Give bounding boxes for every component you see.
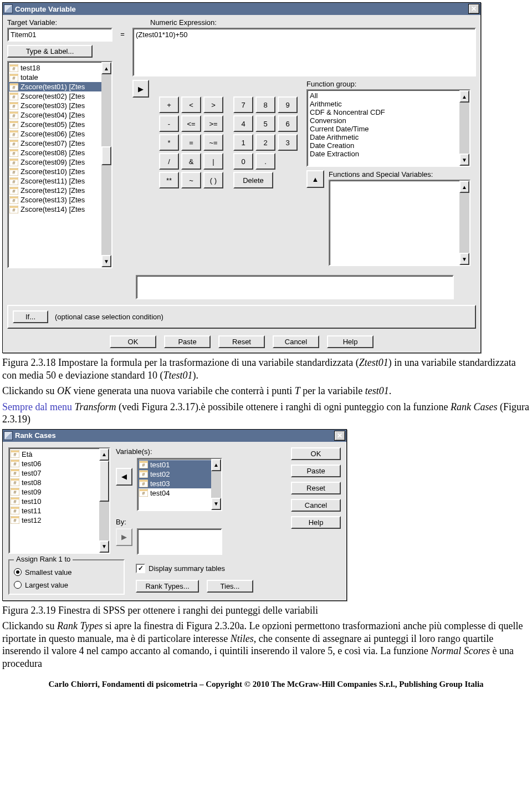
- list-item[interactable]: #Zscore(test06) [Ztes: [8, 129, 101, 139]
- source-variable-list[interactable]: #Età#test06#test07#test08#test09#test10#…: [8, 447, 110, 554]
- cancel-button[interactable]: Cancel: [273, 335, 319, 348]
- paste-button[interactable]: Paste: [291, 465, 341, 477]
- list-item[interactable]: #test08: [9, 478, 99, 487]
- variables-list[interactable]: #test01#test02#test03#test04 ▲ ▼: [137, 458, 222, 511]
- list-item[interactable]: #test06: [9, 459, 99, 468]
- list-item[interactable]: #test18: [8, 63, 101, 73]
- list-item[interactable]: #Zscore(test04) [Ztes: [8, 110, 101, 120]
- close-button[interactable]: ✕: [468, 4, 479, 14]
- list-item[interactable]: #Zscore(test03) [Ztes: [8, 101, 101, 110]
- help-button[interactable]: Help: [327, 335, 374, 348]
- scroll-up-button[interactable]: ▲: [211, 459, 221, 471]
- calc-key[interactable]: +: [159, 96, 179, 113]
- scroll-track[interactable]: [101, 74, 111, 255]
- list-item[interactable]: #Zscore(test10) [Ztes: [8, 167, 101, 176]
- smallest-value-radio[interactable]: Smallest value: [14, 568, 119, 577]
- scroll-up-button[interactable]: ▲: [99, 448, 109, 461]
- scroll-track[interactable]: [211, 471, 221, 498]
- list-item[interactable]: #test11: [9, 506, 99, 516]
- scroll-up-button[interactable]: ▲: [101, 62, 111, 74]
- calc-key[interactable]: ( ): [203, 172, 223, 188]
- calc-key[interactable]: 2: [255, 134, 275, 151]
- source-list-scrollbar[interactable]: ▲ ▼: [99, 448, 109, 553]
- list-item[interactable]: #Zscore(test02) [Ztes: [8, 91, 101, 101]
- calc-key[interactable]: .: [255, 153, 275, 170]
- list-item[interactable]: #test10: [9, 497, 99, 506]
- function-insert-button[interactable]: ▲: [306, 170, 324, 188]
- calc-key[interactable]: |: [203, 153, 223, 170]
- scroll-down-button[interactable]: ▼: [459, 253, 469, 265]
- calc-key[interactable]: 1: [233, 134, 253, 151]
- largest-value-radio[interactable]: Largest value: [14, 581, 119, 589]
- calc-key[interactable]: 5: [255, 115, 275, 132]
- calc-key[interactable]: >: [203, 96, 223, 113]
- list-item[interactable]: Arithmetic: [310, 100, 457, 108]
- calc-key[interactable]: <: [181, 96, 201, 113]
- scroll-down-button[interactable]: ▼: [99, 540, 109, 553]
- by-list[interactable]: [137, 528, 222, 555]
- list-item[interactable]: Date Extraction: [310, 150, 457, 158]
- list-item[interactable]: #test09: [9, 487, 99, 497]
- calc-key[interactable]: -: [159, 115, 179, 132]
- numeric-expression-input[interactable]: (Ztest01*10)+50: [132, 28, 476, 76]
- scroll-up-button[interactable]: ▲: [459, 181, 469, 193]
- list-item[interactable]: #Zscore(test12) [Ztes: [8, 186, 101, 195]
- calc-key[interactable]: 0: [233, 153, 253, 170]
- list-item[interactable]: #test01: [138, 460, 211, 470]
- calc-key[interactable]: 8: [255, 96, 275, 113]
- scroll-track[interactable]: [99, 461, 109, 540]
- scroll-track[interactable]: [459, 103, 469, 154]
- move-left-button[interactable]: ◀: [116, 468, 132, 486]
- list-item[interactable]: Current Date/Time: [310, 125, 457, 133]
- reset-button[interactable]: Reset: [218, 335, 265, 348]
- calc-key[interactable]: ~=: [203, 134, 223, 151]
- type-and-label-button[interactable]: Type & Label...: [7, 45, 93, 58]
- list-item[interactable]: CDF & Noncentral CDF: [310, 108, 457, 116]
- rank-types-button[interactable]: Rank Types...: [136, 580, 199, 593]
- list-item[interactable]: #test04: [138, 488, 211, 498]
- calc-key[interactable]: 3: [278, 134, 298, 151]
- list-item[interactable]: #test12: [9, 516, 99, 525]
- list-item[interactable]: All: [310, 91, 457, 100]
- scroll-down-button[interactable]: ▼: [211, 498, 221, 510]
- scroll-down-button[interactable]: ▼: [101, 255, 111, 267]
- scroll-down-button[interactable]: ▼: [459, 154, 469, 166]
- display-summary-checkbox[interactable]: Display summary tables: [136, 564, 253, 573]
- close-button[interactable]: ✕: [334, 431, 345, 441]
- functions-list[interactable]: ▲ ▼: [329, 180, 470, 266]
- ties-button[interactable]: Ties...: [207, 580, 253, 593]
- list-item[interactable]: Date Creation: [310, 141, 457, 150]
- list-item[interactable]: #Zscore(test14) [Ztes: [8, 205, 101, 214]
- list-item[interactable]: #totale: [8, 73, 101, 82]
- move-by-button[interactable]: ▶: [116, 528, 132, 546]
- function-group-list[interactable]: AllArithmeticCDF & Noncentral CDFConvers…: [306, 89, 470, 167]
- list-item[interactable]: #Zscore(test11) [Ztes: [8, 176, 101, 186]
- list-item[interactable]: Date Arithmetic: [310, 133, 457, 141]
- calc-key[interactable]: &: [181, 153, 201, 170]
- calc-key[interactable]: 6: [278, 115, 298, 132]
- scroll-track[interactable]: [459, 193, 469, 253]
- source-variable-list[interactable]: #test18#totale#Zscore(test01) [Ztes#Zsco…: [7, 61, 112, 268]
- help-button[interactable]: Help: [291, 516, 341, 529]
- calc-key[interactable]: *: [159, 134, 179, 151]
- list-item[interactable]: #Zscore(test13) [Ztes: [8, 195, 101, 205]
- calc-key[interactable]: =: [181, 134, 201, 151]
- reset-button[interactable]: Reset: [291, 482, 341, 494]
- calc-key[interactable]: ~: [181, 172, 201, 188]
- list-item[interactable]: #Zscore(test08) [Ztes: [8, 148, 101, 157]
- list-item[interactable]: #test03: [138, 479, 211, 488]
- list-item[interactable]: #Zscore(test07) [Ztes: [8, 139, 101, 148]
- calc-key[interactable]: 7: [233, 96, 253, 113]
- calc-key[interactable]: **: [159, 172, 179, 188]
- target-variable-input[interactable]: Titem01: [7, 28, 112, 42]
- ok-button[interactable]: OK: [110, 335, 156, 348]
- calc-key[interactable]: 9: [278, 96, 298, 113]
- list-item[interactable]: #Zscore(test05) [Ztes: [8, 120, 101, 129]
- variables-scrollbar[interactable]: ▲ ▼: [211, 459, 221, 510]
- calc-key[interactable]: >=: [203, 115, 223, 132]
- cancel-button[interactable]: Cancel: [291, 499, 341, 512]
- list-item[interactable]: #test02: [138, 470, 211, 479]
- functions-scrollbar[interactable]: ▲ ▼: [459, 181, 469, 265]
- list-item[interactable]: #Età: [9, 450, 99, 459]
- insert-arrow-button[interactable]: ▶: [132, 80, 149, 98]
